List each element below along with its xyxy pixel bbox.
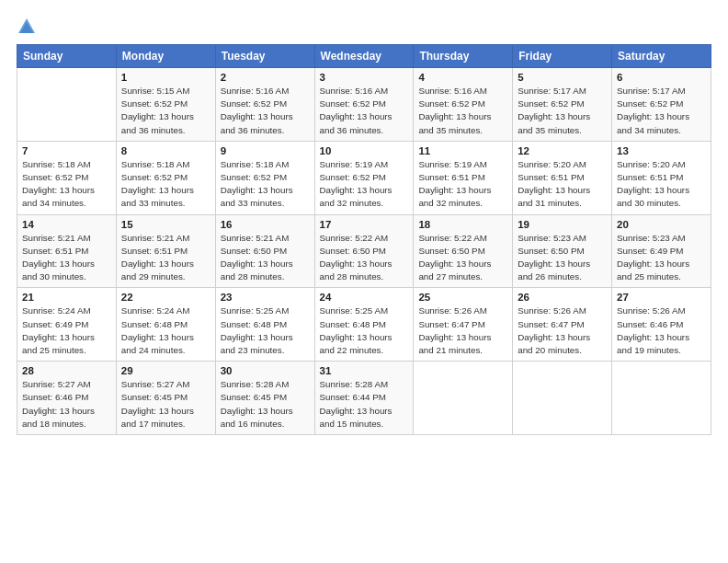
sunset-text: Sunset: 6:52 PM	[121, 98, 188, 109]
daylight-text-2: and 34 minutes.	[22, 198, 86, 208]
sunrise-text: Sunrise: 5:26 AM	[418, 305, 487, 316]
day-detail: Sunrise: 5:21 AMSunset: 6:51 PMDaylight:…	[121, 232, 210, 284]
sunrise-text: Sunrise: 5:18 AM	[22, 159, 91, 169]
sunset-text: Sunset: 6:45 PM	[121, 392, 188, 402]
daylight-text-1: Daylight: 13 hours	[121, 185, 194, 195]
day-number: 16	[221, 219, 310, 230]
day-cell: 31Sunrise: 5:28 AMSunset: 6:44 PMDayligh…	[314, 362, 414, 435]
week-row-3: 14Sunrise: 5:21 AMSunset: 6:51 PMDayligh…	[17, 214, 711, 288]
day-number: 2	[221, 72, 310, 83]
day-detail: Sunrise: 5:21 AMSunset: 6:50 PMDaylight:…	[221, 232, 310, 284]
daylight-text-2: and 35 minutes.	[518, 125, 582, 135]
daylight-text-1: Daylight: 13 hours	[320, 185, 392, 195]
day-number: 20	[617, 219, 706, 230]
daylight-text-2: and 36 minutes.	[320, 125, 384, 135]
sunset-text: Sunset: 6:51 PM	[418, 172, 484, 182]
header	[17, 17, 711, 37]
day-detail: Sunrise: 5:26 AMSunset: 6:46 PMDaylight:…	[617, 304, 706, 357]
daylight-text-2: and 35 minutes.	[418, 125, 483, 135]
day-number: 27	[617, 292, 706, 303]
sunset-text: Sunset: 6:48 PM	[221, 319, 287, 329]
sunset-text: Sunset: 6:46 PM	[617, 319, 683, 329]
week-row-5: 28Sunrise: 5:27 AMSunset: 6:46 PMDayligh…	[17, 362, 711, 435]
day-number: 13	[617, 145, 706, 156]
sunrise-text: Sunrise: 5:25 AM	[221, 305, 290, 316]
day-detail: Sunrise: 5:19 AMSunset: 6:52 PMDaylight:…	[320, 158, 409, 211]
sunrise-text: Sunrise: 5:23 AM	[617, 233, 686, 243]
day-detail: Sunrise: 5:15 AMSunset: 6:52 PMDaylight:…	[121, 85, 210, 137]
sunset-text: Sunset: 6:51 PM	[518, 172, 584, 182]
day-detail: Sunrise: 5:21 AMSunset: 6:51 PMDaylight:…	[22, 232, 111, 284]
sunset-text: Sunset: 6:52 PM	[221, 98, 287, 109]
sunset-text: Sunset: 6:51 PM	[617, 172, 683, 182]
daylight-text-1: Daylight: 13 hours	[121, 111, 194, 121]
sunrise-text: Sunrise: 5:24 AM	[22, 305, 91, 316]
sunset-text: Sunset: 6:51 PM	[121, 246, 188, 256]
day-detail: Sunrise: 5:18 AMSunset: 6:52 PMDaylight:…	[221, 158, 310, 211]
day-cell: 18Sunrise: 5:22 AMSunset: 6:50 PMDayligh…	[414, 214, 513, 288]
day-number: 23	[221, 292, 310, 303]
day-cell: 23Sunrise: 5:25 AMSunset: 6:48 PMDayligh…	[215, 288, 314, 362]
day-detail: Sunrise: 5:26 AMSunset: 6:47 PMDaylight:…	[518, 304, 607, 357]
day-number: 4	[418, 72, 507, 83]
day-cell: 14Sunrise: 5:21 AMSunset: 6:51 PMDayligh…	[17, 214, 117, 288]
sunset-text: Sunset: 6:47 PM	[518, 319, 584, 329]
sunrise-text: Sunrise: 5:16 AM	[221, 86, 290, 96]
daylight-text-1: Daylight: 13 hours	[320, 259, 392, 269]
day-number: 17	[320, 219, 409, 230]
daylight-text-2: and 25 minutes.	[617, 271, 681, 282]
daylight-text-2: and 32 minutes.	[418, 198, 483, 208]
daylight-text-1: Daylight: 13 hours	[320, 332, 392, 342]
day-number: 9	[221, 145, 310, 156]
day-header-thursday: Thursday	[414, 45, 513, 68]
daylight-text-1: Daylight: 13 hours	[418, 332, 491, 342]
daylight-text-2: and 19 minutes.	[617, 345, 681, 355]
calendar-table: SundayMondayTuesdayWednesdayThursdayFrid…	[17, 44, 711, 435]
day-cell: 4Sunrise: 5:16 AMSunset: 6:52 PMDaylight…	[414, 68, 513, 142]
day-detail: Sunrise: 5:17 AMSunset: 6:52 PMDaylight:…	[617, 85, 706, 137]
sunrise-text: Sunrise: 5:21 AM	[22, 233, 91, 243]
daylight-text-2: and 20 minutes.	[518, 345, 582, 355]
day-cell: 22Sunrise: 5:24 AMSunset: 6:48 PMDayligh…	[116, 288, 215, 362]
day-cell: 15Sunrise: 5:21 AMSunset: 6:51 PMDayligh…	[116, 214, 215, 288]
daylight-text-1: Daylight: 13 hours	[418, 111, 491, 121]
daylight-text-2: and 16 minutes.	[221, 419, 285, 429]
sunset-text: Sunset: 6:49 PM	[22, 319, 88, 329]
daylight-text-2: and 22 minutes.	[320, 345, 384, 355]
daylight-text-2: and 34 minutes.	[617, 125, 681, 135]
logo-icon	[17, 17, 37, 37]
sunset-text: Sunset: 6:50 PM	[221, 246, 287, 256]
day-cell: 30Sunrise: 5:28 AMSunset: 6:45 PMDayligh…	[215, 362, 314, 435]
day-cell: 21Sunrise: 5:24 AMSunset: 6:49 PMDayligh…	[17, 288, 117, 362]
daylight-text-2: and 18 minutes.	[22, 419, 86, 429]
sunrise-text: Sunrise: 5:19 AM	[320, 159, 389, 169]
page: SundayMondayTuesdayWednesdayThursdayFrid…	[0, 0, 728, 563]
day-cell: 5Sunrise: 5:17 AMSunset: 6:52 PMDaylight…	[513, 68, 612, 142]
daylight-text-1: Daylight: 13 hours	[320, 111, 392, 121]
day-detail: Sunrise: 5:16 AMSunset: 6:52 PMDaylight:…	[221, 85, 310, 137]
day-number: 11	[418, 145, 507, 156]
daylight-text-1: Daylight: 13 hours	[221, 332, 293, 342]
day-detail: Sunrise: 5:27 AMSunset: 6:45 PMDaylight:…	[121, 378, 210, 431]
day-number: 3	[320, 72, 409, 83]
daylight-text-1: Daylight: 13 hours	[617, 259, 689, 269]
day-number: 22	[121, 292, 210, 303]
sunset-text: Sunset: 6:49 PM	[617, 246, 683, 256]
day-number: 18	[418, 219, 507, 230]
day-cell: 26Sunrise: 5:26 AMSunset: 6:47 PMDayligh…	[513, 288, 612, 362]
sunrise-text: Sunrise: 5:23 AM	[518, 233, 586, 243]
sunset-text: Sunset: 6:52 PM	[221, 172, 287, 182]
sunset-text: Sunset: 6:46 PM	[22, 392, 88, 402]
daylight-text-1: Daylight: 13 hours	[518, 332, 590, 342]
day-detail: Sunrise: 5:22 AMSunset: 6:50 PMDaylight:…	[320, 232, 409, 284]
sunrise-text: Sunrise: 5:26 AM	[518, 305, 586, 316]
day-cell: 9Sunrise: 5:18 AMSunset: 6:52 PMDaylight…	[215, 141, 314, 214]
day-number: 10	[320, 145, 409, 156]
day-detail: Sunrise: 5:24 AMSunset: 6:49 PMDaylight:…	[22, 304, 111, 357]
day-detail: Sunrise: 5:20 AMSunset: 6:51 PMDaylight:…	[518, 158, 607, 211]
day-detail: Sunrise: 5:23 AMSunset: 6:49 PMDaylight:…	[617, 232, 706, 284]
daylight-text-1: Daylight: 13 hours	[418, 259, 491, 269]
day-cell: 24Sunrise: 5:25 AMSunset: 6:48 PMDayligh…	[314, 288, 414, 362]
day-number: 25	[418, 292, 507, 303]
day-cell: 13Sunrise: 5:20 AMSunset: 6:51 PMDayligh…	[612, 141, 711, 214]
